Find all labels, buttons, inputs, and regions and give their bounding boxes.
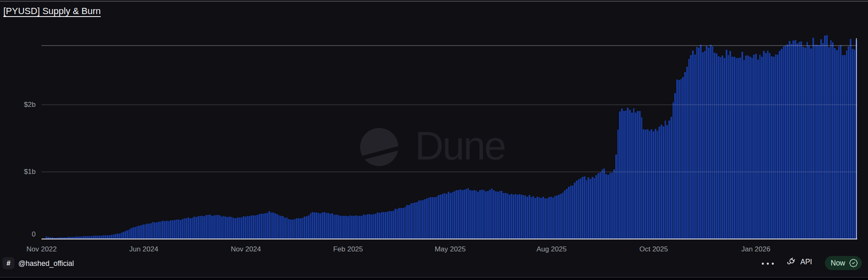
supply-bar[interactable]	[631, 113, 633, 239]
supply-bar[interactable]	[272, 212, 274, 239]
supply-bar[interactable]	[822, 43, 824, 239]
supply-bar[interactable]	[363, 215, 365, 239]
supply-bar[interactable]	[724, 58, 725, 239]
supply-bar[interactable]	[692, 51, 694, 239]
supply-bar[interactable]	[343, 216, 345, 239]
supply-bar[interactable]	[148, 224, 150, 239]
supply-bar[interactable]	[335, 215, 337, 239]
supply-bar[interactable]	[288, 219, 290, 239]
supply-bar[interactable]	[755, 54, 757, 239]
supply-bar[interactable]	[808, 46, 810, 239]
supply-bar[interactable]	[574, 183, 575, 239]
supply-bar[interactable]	[515, 194, 517, 239]
supply-bar[interactable]	[256, 215, 258, 239]
supply-bar[interactable]	[517, 195, 518, 239]
supply-bar[interactable]	[132, 227, 134, 239]
supply-bar[interactable]	[769, 53, 770, 239]
supply-bar[interactable]	[720, 57, 722, 239]
supply-bar[interactable]	[615, 154, 617, 239]
supply-bar[interactable]	[255, 215, 256, 239]
supply-bar[interactable]	[235, 218, 237, 239]
supply-bar[interactable]	[572, 186, 573, 239]
supply-bar[interactable]	[524, 196, 526, 239]
supply-bar[interactable]	[789, 41, 790, 239]
supply-bar[interactable]	[351, 216, 353, 239]
supply-bar[interactable]	[271, 212, 272, 239]
supply-bar[interactable]	[129, 229, 130, 239]
supply-bar[interactable]	[643, 129, 644, 239]
supply-bar[interactable]	[130, 228, 132, 239]
supply-bar[interactable]	[456, 190, 457, 239]
supply-bar[interactable]	[785, 46, 786, 239]
supply-bar[interactable]	[124, 231, 126, 239]
supply-bar[interactable]	[771, 56, 773, 239]
supply-bar[interactable]	[731, 57, 733, 239]
supply-bar[interactable]	[629, 110, 631, 239]
supply-bar[interactable]	[588, 177, 589, 239]
supply-bar[interactable]	[529, 195, 530, 239]
supply-bar[interactable]	[192, 218, 193, 239]
supply-bar[interactable]	[379, 213, 380, 239]
supply-bar[interactable]	[432, 197, 434, 239]
supply-bar[interactable]	[678, 80, 680, 239]
supply-bar[interactable]	[779, 51, 780, 239]
supply-bar[interactable]	[763, 51, 765, 239]
supply-bar[interactable]	[461, 190, 463, 239]
supply-bar[interactable]	[412, 203, 414, 239]
supply-bar[interactable]	[205, 215, 207, 239]
supply-bar[interactable]	[249, 216, 250, 239]
supply-bar[interactable]	[444, 193, 446, 239]
supply-bar[interactable]	[475, 191, 477, 239]
supply-bar[interactable]	[247, 216, 249, 239]
supply-bar[interactable]	[832, 42, 834, 239]
supply-bar[interactable]	[580, 179, 581, 239]
supply-bar[interactable]	[193, 217, 195, 239]
supply-bar[interactable]	[787, 44, 788, 239]
supply-bar[interactable]	[253, 215, 254, 239]
supply-bar[interactable]	[595, 175, 597, 239]
supply-bar[interactable]	[156, 222, 158, 239]
supply-bar[interactable]	[468, 188, 469, 239]
supply-bar[interactable]	[759, 55, 761, 239]
supply-bar[interactable]	[418, 200, 420, 239]
supply-bar[interactable]	[359, 216, 361, 239]
supply-bar[interactable]	[375, 214, 376, 239]
api-button[interactable]: API	[786, 257, 812, 267]
supply-bar[interactable]	[532, 196, 534, 239]
supply-bar[interactable]	[523, 195, 524, 239]
supply-bar[interactable]	[830, 40, 832, 239]
supply-bar[interactable]	[406, 205, 408, 239]
supply-bar[interactable]	[213, 215, 215, 239]
supply-bar[interactable]	[846, 51, 848, 239]
supply-bar[interactable]	[639, 111, 641, 239]
supply-bar[interactable]	[185, 218, 187, 239]
supply-bar[interactable]	[745, 56, 747, 239]
supply-bar[interactable]	[326, 213, 327, 239]
supply-bar[interactable]	[690, 55, 692, 239]
supply-bar[interactable]	[610, 173, 611, 239]
supply-bar[interactable]	[834, 48, 836, 239]
supply-bar[interactable]	[814, 45, 816, 239]
supply-bar[interactable]	[665, 121, 666, 239]
supply-bar[interactable]	[261, 214, 262, 239]
supply-bar[interactable]	[773, 57, 775, 239]
supply-bar[interactable]	[810, 48, 812, 239]
supply-bar[interactable]	[324, 212, 325, 239]
supply-bar[interactable]	[674, 93, 676, 239]
supply-bar[interactable]	[655, 129, 656, 239]
supply-bar[interactable]	[182, 219, 183, 239]
supply-bar[interactable]	[460, 189, 461, 239]
more-options-button[interactable]	[762, 263, 774, 265]
supply-bar[interactable]	[117, 234, 118, 239]
supply-bar[interactable]	[495, 191, 497, 239]
supply-bar[interactable]	[176, 220, 178, 239]
supply-bar[interactable]	[302, 218, 304, 239]
supply-bar[interactable]	[140, 225, 142, 239]
supply-bar[interactable]	[383, 212, 384, 239]
supply-bar[interactable]	[215, 215, 217, 239]
supply-bar[interactable]	[641, 117, 643, 239]
supply-bar[interactable]	[791, 44, 792, 239]
supply-bar[interactable]	[812, 38, 814, 239]
supply-bar[interactable]	[747, 56, 749, 239]
supply-bar[interactable]	[682, 77, 684, 239]
